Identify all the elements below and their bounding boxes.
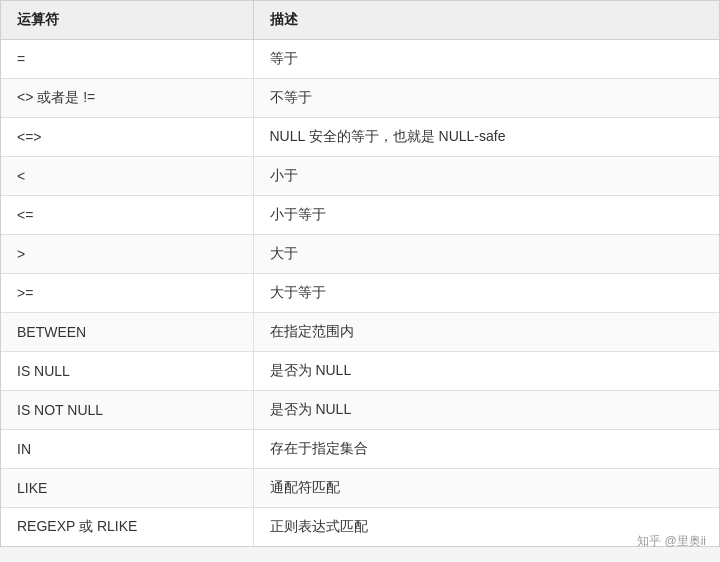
operator-cell: BETWEEN	[1, 313, 253, 352]
operator-cell: >	[1, 235, 253, 274]
description-cell: 大于	[253, 235, 719, 274]
watermark-text: 知乎 @里奥ii	[637, 533, 706, 550]
table-header-row: 运算符 描述	[1, 1, 719, 40]
operator-cell: <=>	[1, 118, 253, 157]
table-row: REGEXP 或 RLIKE正则表达式匹配	[1, 508, 719, 547]
description-cell: 通配符匹配	[253, 469, 719, 508]
table-row: <> 或者是 !=不等于	[1, 79, 719, 118]
operator-cell: IN	[1, 430, 253, 469]
operator-cell: REGEXP 或 RLIKE	[1, 508, 253, 547]
description-cell: NULL 安全的等于，也就是 NULL-safe	[253, 118, 719, 157]
operator-cell: >=	[1, 274, 253, 313]
table-row: <=>NULL 安全的等于，也就是 NULL-safe	[1, 118, 719, 157]
operator-cell: =	[1, 40, 253, 79]
table-row: IS NULL是否为 NULL	[1, 352, 719, 391]
operator-cell: <=	[1, 196, 253, 235]
description-cell: 是否为 NULL	[253, 391, 719, 430]
table-row: IS NOT NULL是否为 NULL	[1, 391, 719, 430]
description-cell: 等于	[253, 40, 719, 79]
operators-table: 运算符 描述 =等于<> 或者是 !=不等于<=>NULL 安全的等于，也就是 …	[1, 1, 719, 546]
operator-cell: IS NOT NULL	[1, 391, 253, 430]
operator-cell: <> 或者是 !=	[1, 79, 253, 118]
table-row: IN存在于指定集合	[1, 430, 719, 469]
main-table-container: 运算符 描述 =等于<> 或者是 !=不等于<=>NULL 安全的等于，也就是 …	[0, 0, 720, 547]
table-row: BETWEEN在指定范围内	[1, 313, 719, 352]
description-cell: 是否为 NULL	[253, 352, 719, 391]
table-row: LIKE通配符匹配	[1, 469, 719, 508]
header-description: 描述	[253, 1, 719, 40]
description-cell: 在指定范围内	[253, 313, 719, 352]
description-cell: 小于	[253, 157, 719, 196]
header-operator: 运算符	[1, 1, 253, 40]
operator-cell: IS NULL	[1, 352, 253, 391]
description-cell: 小于等于	[253, 196, 719, 235]
description-cell: 不等于	[253, 79, 719, 118]
operator-cell: <	[1, 157, 253, 196]
description-cell: 大于等于	[253, 274, 719, 313]
table-row: >=大于等于	[1, 274, 719, 313]
table-row: <小于	[1, 157, 719, 196]
table-row: >大于	[1, 235, 719, 274]
table-row: =等于	[1, 40, 719, 79]
description-cell: 存在于指定集合	[253, 430, 719, 469]
table-row: <=小于等于	[1, 196, 719, 235]
operator-cell: LIKE	[1, 469, 253, 508]
